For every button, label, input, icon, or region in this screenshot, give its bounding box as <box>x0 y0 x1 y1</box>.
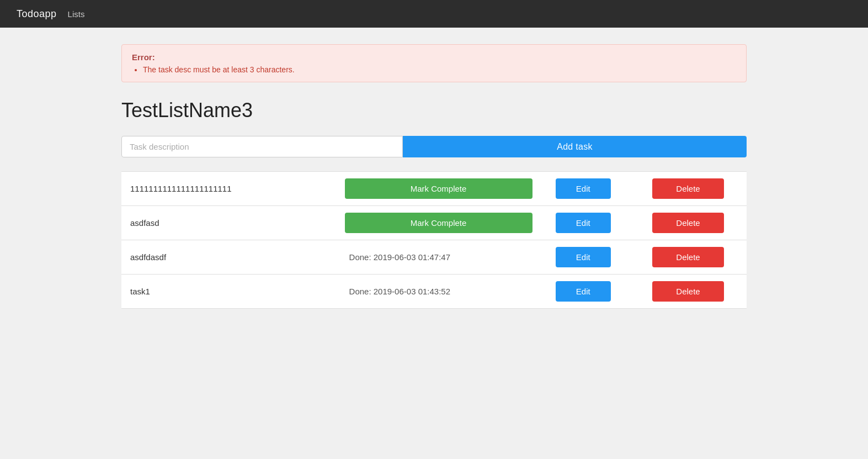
edit-button[interactable]: Edit <box>556 281 611 302</box>
add-task-button[interactable]: Add task <box>403 136 747 157</box>
task-name: asdfdasdf <box>121 240 340 275</box>
main-content: Error: The task desc must be at least 3 … <box>0 28 868 325</box>
mark-complete-button[interactable]: Mark Complete <box>345 178 532 199</box>
task-done-status: Done: 2019-06-03 01:43:52 <box>340 275 537 309</box>
tasks-table: 1111111111111111111111 Mark Complete Edi… <box>121 171 747 309</box>
task-done-status: Done: 2019-06-03 01:47:47 <box>340 240 537 275</box>
delete-button[interactable]: Delete <box>652 247 724 267</box>
table-row: 1111111111111111111111 Mark Complete Edi… <box>121 172 747 206</box>
task-delete-cell: Delete <box>630 172 747 206</box>
task-edit-cell: Edit <box>537 240 630 275</box>
error-title: Error: <box>132 52 736 62</box>
table-row: task1 Done: 2019-06-03 01:43:52 Edit Del… <box>121 275 747 309</box>
task-edit-cell: Edit <box>537 275 630 309</box>
edit-button[interactable]: Edit <box>556 178 611 199</box>
navbar: Todoapp Lists <box>0 0 868 28</box>
task-description-input[interactable] <box>121 136 403 157</box>
app-brand[interactable]: Todoapp <box>17 8 57 20</box>
task-delete-cell: Delete <box>630 275 747 309</box>
edit-button[interactable]: Edit <box>556 247 611 267</box>
task-input-row: Add task <box>121 136 747 157</box>
task-delete-cell: Delete <box>630 240 747 275</box>
task-mark-complete-cell: Mark Complete <box>340 206 537 240</box>
delete-button[interactable]: Delete <box>652 178 724 199</box>
task-name: task1 <box>121 275 340 309</box>
delete-button[interactable]: Delete <box>652 281 724 302</box>
error-message-1: The task desc must be at least 3 charact… <box>143 65 736 74</box>
error-box: Error: The task desc must be at least 3 … <box>121 44 747 82</box>
nav-link-lists[interactable]: Lists <box>68 9 85 19</box>
task-mark-complete-cell: Mark Complete <box>340 172 537 206</box>
error-list: The task desc must be at least 3 charact… <box>132 65 736 74</box>
task-name: 1111111111111111111111 <box>121 172 340 206</box>
task-name: asdfasd <box>121 206 340 240</box>
table-row: asdfdasdf Done: 2019-06-03 01:47:47 Edit… <box>121 240 747 275</box>
task-edit-cell: Edit <box>537 172 630 206</box>
edit-button[interactable]: Edit <box>556 213 611 233</box>
delete-button[interactable]: Delete <box>652 213 724 233</box>
mark-complete-button[interactable]: Mark Complete <box>345 213 532 233</box>
task-edit-cell: Edit <box>537 206 630 240</box>
task-delete-cell: Delete <box>630 206 747 240</box>
table-row: asdfasd Mark Complete Edit Delete <box>121 206 747 240</box>
page-title: TestListName3 <box>121 99 747 122</box>
